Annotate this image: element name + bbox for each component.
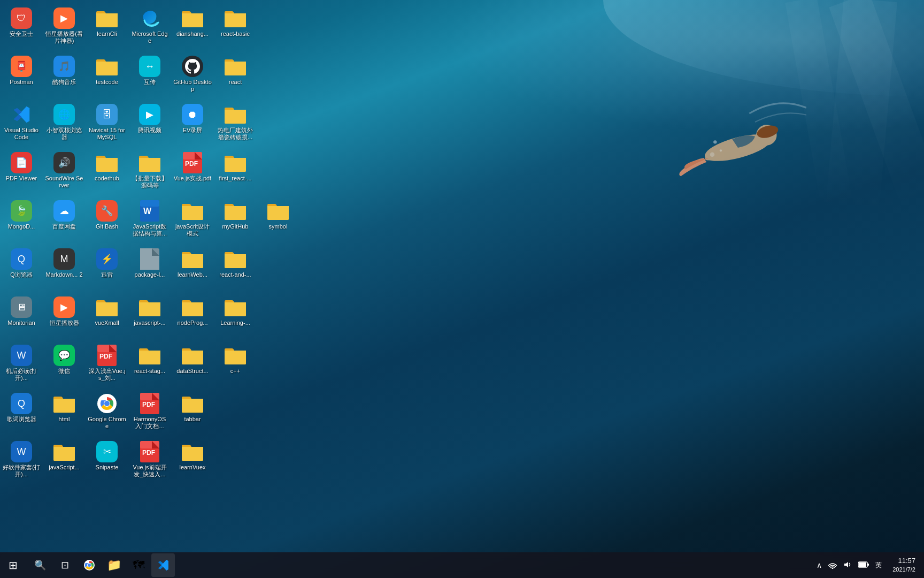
taskbar-chrome-icon[interactable] (78, 553, 101, 577)
desktop-icon-hengxing2[interactable]: ▶ 恒星播放器 (43, 293, 86, 341)
desktop-icon-html[interactable]: html (43, 390, 86, 438)
desktop-icon-postman[interactable]: 📮 Postman (0, 52, 43, 101)
desktop-icon-jscript[interactable]: javaScript... (43, 438, 86, 486)
desktop-icon-packagel[interactable]: package-l... (128, 245, 171, 293)
desktop-icon-monitorian[interactable]: 🖥 Monitorian (0, 293, 43, 341)
github-icon (182, 56, 203, 77)
desktop-icon-firstreact[interactable]: first_react-... (214, 149, 257, 197)
icon-label: Snipaste (96, 464, 119, 471)
desktop-icon-shenshu[interactable]: PDF 深入浅出Vue.js_刘... (86, 341, 128, 390)
desktop-icon-learnweb[interactable]: learnWeb... (171, 245, 214, 293)
desktop-icon-reactand[interactable]: react-and-... (214, 245, 257, 293)
desktop-icon-q463[interactable]: Q 歌词浏览器 (0, 390, 43, 438)
svg-rect-33 (859, 562, 866, 567)
folder-icon (225, 248, 246, 270)
desktop-icon-datastruct[interactable]: dataStruct... (171, 341, 214, 390)
app-icon: 🎵 (53, 56, 75, 77)
desktop-icon-zhuchuang[interactable]: ↔ 互传 (128, 52, 171, 101)
desktop-icon-markdown[interactable]: M Markdown... 2 (43, 245, 86, 293)
desktop-icon-office[interactable]: W 好软件家套(打开)... (0, 438, 43, 486)
icon-label: Learning-... (220, 320, 250, 326)
app-icon: 🌐 (53, 104, 75, 125)
desktop-icon-reactbasic[interactable]: react-basic (214, 4, 257, 52)
desktop-icon-baidu[interactable]: ☁ 百度网盘 (43, 197, 86, 245)
desktop-icon-github[interactable]: GitHub Desktop (171, 52, 214, 101)
desktop-icon-soundwire[interactable]: 🔊 SoundWire Server (43, 149, 86, 197)
icon-label: c++ (230, 368, 240, 375)
tray-volume[interactable] (841, 559, 854, 572)
desktop-icon-piliangxiazai[interactable]: 【批量下载】源码等 (128, 149, 171, 197)
desktop-icon-coderhub[interactable]: coderhub (86, 149, 128, 197)
desktop-icon-vscode[interactable]: Visual Studio Code (0, 101, 43, 149)
system-clock[interactable]: 11:57 2021/7/2 (888, 556, 920, 574)
icon-label: 百度网盘 (52, 223, 76, 230)
taskbar-taskview-button[interactable]: ⊡ (53, 553, 76, 577)
desktop-icon-javascript[interactable]: javascript-... (128, 293, 171, 341)
desktop-icon-tengxun[interactable]: ▶ 腾讯视频 (128, 101, 171, 149)
desktop-icon-tabbar[interactable]: tabbar (171, 390, 214, 438)
icon-label: symbol (269, 223, 288, 230)
desktop-icon-anquan[interactable]: 🛡 安全卫士 (0, 4, 43, 52)
desktop-icon-ev[interactable]: ⏺ EV录屏 (171, 101, 214, 149)
icon-label: react-and-... (219, 271, 251, 278)
desktop-icon-snipaste[interactable]: ✂ Snipaste (86, 438, 128, 486)
app-icon: 🖥 (11, 296, 32, 318)
desktop-icon-testcode[interactable]: testcode (86, 52, 128, 101)
desktop-icon-q462[interactable]: Q Q浏览器 (0, 245, 43, 293)
desktop-icon-cpp[interactable]: c++ (214, 341, 257, 390)
tray-input-method[interactable]: 英 (873, 560, 884, 571)
svg-point-30 (832, 567, 834, 569)
desktop-icon-redian[interactable]: 热电厂建筑外墙瓷砖破损... (214, 101, 257, 149)
desktop-icon-learncli[interactable]: learnCli (86, 4, 128, 52)
desktop-icon-mygithub[interactable]: myGitHub (214, 197, 257, 245)
desktop-icon-vuejspdf[interactable]: PDF Vue.js实战.pdf (171, 149, 214, 197)
desktop-icon-learning[interactable]: Learning-... (214, 293, 257, 341)
windows-logo-icon: ⊞ (9, 559, 18, 572)
desktop-icon-dianshang[interactable]: dianshang... (171, 4, 214, 52)
desktop-icon-xunlei[interactable]: ⚡ 迅雷 (86, 245, 128, 293)
desktop-icon-nodeprog[interactable]: nodeProg... (171, 293, 214, 341)
desktop-icon-jsshuju[interactable]: W JavaScript数据结构与算... (128, 197, 171, 245)
tray-battery[interactable] (856, 560, 871, 571)
desktop-icon-vueqian[interactable]: PDF Vue.js前端开发_快速入... (128, 438, 171, 486)
desktop-icon-hengxing1[interactable]: ▶ 恒星播放器(看片神器) (43, 4, 86, 52)
app-icon: ▶ (139, 104, 160, 125)
desktop-icon-symbol[interactable]: symbol (257, 197, 299, 245)
desktop-icon-edge[interactable]: Microsoft Edge (128, 4, 171, 52)
folder-icon (139, 345, 160, 366)
desktop-icon-learnvuex[interactable]: learnVuex (171, 438, 214, 486)
taskbar-system-tray: ∧ 英 (810, 559, 888, 572)
tray-chevron[interactable]: ∧ (814, 560, 824, 571)
desktop-icon-chrome[interactable]: Google Chrome (86, 390, 128, 438)
desktop-icon-jssheji[interactable]: javaScrit设计模式 (171, 197, 214, 245)
desktop-icon-word[interactable]: W 机后必读(打开)... (0, 341, 43, 390)
icon-label: nodeProg... (178, 320, 208, 326)
icon-label: learnCli (97, 31, 117, 37)
folder-icon (53, 393, 75, 414)
pdf-icon: PDF (139, 441, 160, 462)
desktop-icon-pdfview[interactable]: 📄 PDF Viewer (0, 149, 43, 197)
desktop-icon-wechat[interactable]: 💬 微信 (43, 341, 86, 390)
desktop-icon-reactstag[interactable]: react-stag... (128, 341, 171, 390)
taskbar-explorer-icon[interactable]: 📁 (102, 553, 126, 577)
folder-icon (96, 152, 118, 173)
desktop-icon-harmonyos[interactable]: PDF HarmonyOS 入门文档... (128, 390, 171, 438)
tray-network[interactable] (826, 559, 839, 572)
desktop-icon-mongodb[interactable]: 🍃 MongoD... (0, 197, 43, 245)
desktop-icon-music[interactable]: 🎵 酷狗音乐 (43, 52, 86, 101)
desktop-icon-vuexmall[interactable]: vueXmall (86, 293, 128, 341)
desktop-icon-gitbash[interactable]: 🔧 Git Bash (86, 197, 128, 245)
icon-label: react-stag... (134, 368, 165, 375)
desktop-icon-react[interactable]: react (214, 52, 257, 101)
desktop-icon-browser360[interactable]: 🌐 小智双核浏览器 (43, 101, 86, 149)
app-icon: Q (11, 393, 32, 414)
taskbar-search-button[interactable]: 🔍 (28, 553, 52, 577)
taskbar-vscode-icon[interactable] (151, 553, 175, 577)
taskbar-maps-icon[interactable]: 🗺 (127, 553, 150, 577)
desktop-icon-navicat[interactable]: 🗄 Navicat 15 for MySQL (86, 101, 128, 149)
desktop: 🛡 安全卫士 ▶ 恒星播放器(看片神器) learnCli Microsoft … (0, 0, 924, 552)
start-button[interactable]: ⊞ (0, 552, 26, 578)
folder-icon (225, 7, 246, 29)
icon-label: Microsoft Edge (130, 31, 169, 44)
folder-icon (139, 296, 160, 318)
